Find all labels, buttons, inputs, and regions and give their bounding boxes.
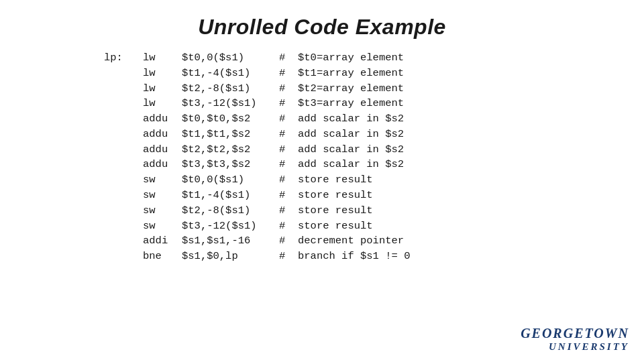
code-label <box>104 233 143 249</box>
code-label <box>104 66 143 81</box>
code-hash: # <box>279 203 298 219</box>
code-hash: # <box>279 219 298 234</box>
code-comment: add scalar in $s2 <box>298 142 404 158</box>
code-args: $t1,-4($s1) <box>182 66 279 81</box>
code-args: $t0,0($s1) <box>182 172 279 188</box>
code-instr: addu <box>143 127 182 142</box>
code-instr: addu <box>143 157 182 172</box>
code-args: $t3,$t3,$s2 <box>182 157 279 172</box>
code-hash: # <box>279 233 298 249</box>
code-comment: $t1=array element <box>298 66 404 81</box>
code-hash: # <box>279 81 298 97</box>
code-comment: add scalar in $s2 <box>298 157 404 172</box>
code-instr: bne <box>143 249 182 264</box>
code-comment: $t2=array element <box>298 81 404 97</box>
code-comment: decrement pointer <box>298 233 404 249</box>
code-row: sw $t1,-4($s1) # store result <box>104 188 410 203</box>
code-comment: store result <box>298 188 373 203</box>
code-instr: addi <box>143 233 182 249</box>
code-block: lp: lw $t0,0($s1) # $t0=array element lw… <box>104 50 410 264</box>
code-label <box>104 219 143 234</box>
code-row: addu $t3,$t3,$s2 # add scalar in $s2 <box>104 157 410 172</box>
code-instr: lw <box>143 66 182 81</box>
code-args: $t2,-8($s1) <box>182 203 279 219</box>
code-row: lp: lw $t0,0($s1) # $t0=array element <box>104 50 410 66</box>
code-label <box>104 142 143 158</box>
code-comment: branch if $s1 != 0 <box>298 249 410 264</box>
code-instr: sw <box>143 188 182 203</box>
logo-line2: UNIVERSITY <box>521 341 629 353</box>
code-label <box>104 157 143 172</box>
code-row: addu $t2,$t2,$s2 # add scalar in $s2 <box>104 142 410 158</box>
code-label <box>104 172 143 188</box>
code-args: $t1,$t1,$s2 <box>182 127 279 142</box>
code-instr: sw <box>143 172 182 188</box>
code-label <box>104 96 143 111</box>
code-comment: $t0=array element <box>298 50 404 66</box>
code-args: $s1,$0,lp <box>182 249 279 264</box>
code-row: sw $t3,-12($s1) # store result <box>104 219 410 234</box>
code-instr: lw <box>143 50 182 66</box>
code-args: $t0,0($s1) <box>182 50 279 66</box>
code-row: addi $s1,$s1,-16 # decrement pointer <box>104 233 410 249</box>
code-hash: # <box>279 127 298 142</box>
code-args: $t3,-12($s1) <box>182 96 279 111</box>
code-hash: # <box>279 188 298 203</box>
code-comment: store result <box>298 219 373 234</box>
code-args: $s1,$s1,-16 <box>182 233 279 249</box>
code-comment: store result <box>298 172 373 188</box>
code-instr: sw <box>143 219 182 234</box>
code-row: sw $t0,0($s1) # store result <box>104 172 410 188</box>
code-comment: add scalar in $s2 <box>298 111 404 127</box>
code-label <box>104 203 143 219</box>
logo-line1: GEORGETOWN <box>521 326 629 341</box>
page-title: Unrolled Code Example <box>0 0 644 48</box>
code-instr: addu <box>143 142 182 158</box>
code-container: lp: lw $t0,0($s1) # $t0=array element lw… <box>0 48 644 264</box>
code-label <box>104 188 143 203</box>
code-hash: # <box>279 111 298 127</box>
code-label <box>104 81 143 97</box>
code-args: $t0,$t0,$s2 <box>182 111 279 127</box>
code-instr: addu <box>143 111 182 127</box>
code-label: lp: <box>104 50 143 66</box>
code-hash: # <box>279 50 298 66</box>
code-hash: # <box>279 96 298 111</box>
code-row: lw $t3,-12($s1) # $t3=array element <box>104 96 410 111</box>
code-comment: $t3=array element <box>298 96 404 111</box>
code-row: addu $t1,$t1,$s2 # add scalar in $s2 <box>104 127 410 142</box>
code-comment: store result <box>298 203 373 219</box>
code-hash: # <box>279 157 298 172</box>
code-row: lw $t2,-8($s1) # $t2=array element <box>104 81 410 97</box>
code-row: sw $t2,-8($s1) # store result <box>104 203 410 219</box>
code-args: $t3,-12($s1) <box>182 219 279 234</box>
code-label <box>104 111 143 127</box>
code-label <box>104 249 143 264</box>
logo-area: GEORGETOWN UNIVERSITY <box>521 326 629 353</box>
code-instr: sw <box>143 203 182 219</box>
code-hash: # <box>279 142 298 158</box>
code-instr: lw <box>143 96 182 111</box>
code-hash: # <box>279 249 298 264</box>
code-label <box>104 127 143 142</box>
code-row: lw $t1,-4($s1) # $t1=array element <box>104 66 410 81</box>
code-hash: # <box>279 66 298 81</box>
code-row: addu $t0,$t0,$s2 # add scalar in $s2 <box>104 111 410 127</box>
code-args: $t2,$t2,$s2 <box>182 142 279 158</box>
code-instr: lw <box>143 81 182 97</box>
code-row: bne $s1,$0,lp # branch if $s1 != 0 <box>104 249 410 264</box>
code-args: $t2,-8($s1) <box>182 81 279 97</box>
code-comment: add scalar in $s2 <box>298 127 404 142</box>
code-hash: # <box>279 172 298 188</box>
code-args: $t1,-4($s1) <box>182 188 279 203</box>
